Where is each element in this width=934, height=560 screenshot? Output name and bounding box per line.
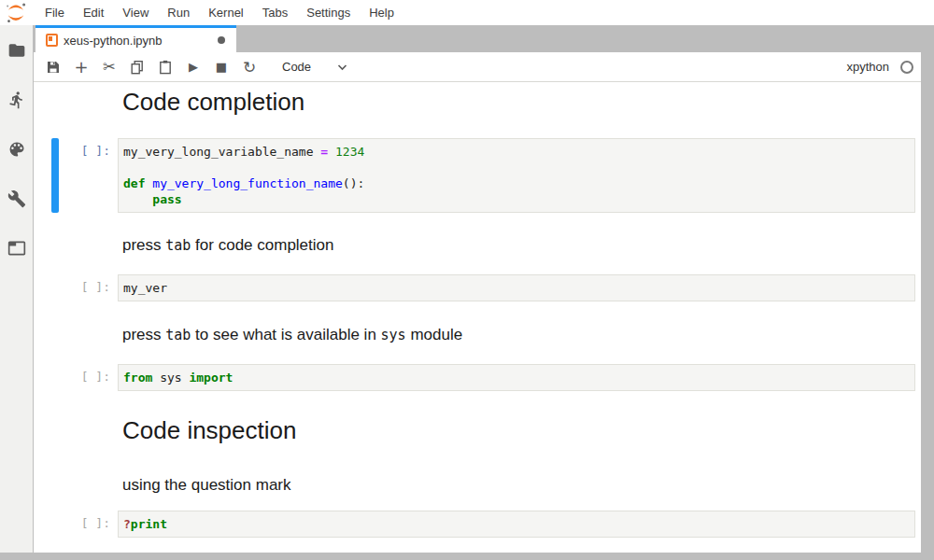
code-editor[interactable]: my_ver	[118, 274, 915, 301]
notebook-panel: Code completion[ ]:my_very_long_variable…	[34, 82, 921, 553]
run-cell-button[interactable]: ▶	[179, 55, 207, 79]
code-line: my_very_long_variable_name = 1234	[123, 144, 910, 160]
markdown-cell[interactable]: Code completion	[34, 88, 921, 116]
menu-item-kernel[interactable]: Kernel	[199, 0, 253, 25]
code-line: ?print	[123, 516, 910, 532]
code-line	[123, 160, 910, 175]
cell-content[interactable]: my_ver	[118, 274, 915, 301]
code-editor[interactable]: my_very_long_variable_name = 1234 def my…	[118, 138, 915, 213]
cell-content[interactable]: my_very_long_variable_name = 1234 def my…	[118, 138, 915, 213]
markdown-cell[interactable]: press tab for code completion	[34, 235, 921, 256]
markdown-cell[interactable]: Code inspection	[34, 416, 921, 444]
markdown-paragraph: press tab to see what is available in sy…	[118, 325, 915, 345]
code-editor[interactable]: from sys import	[118, 364, 915, 391]
code-editor[interactable]: ?print	[118, 511, 915, 538]
cell-content[interactable]: ?print	[118, 511, 915, 538]
running-man-icon[interactable]	[7, 91, 26, 109]
menu-item-settings[interactable]: Settings	[297, 0, 360, 25]
cell-content[interactable]: press tab for code completion	[118, 235, 915, 256]
cut-cells-button[interactable]: ✂	[95, 55, 123, 79]
save-button[interactable]	[39, 55, 67, 79]
stop-kernel-button[interactable]: ■	[207, 55, 235, 79]
open-tabs-icon[interactable]	[7, 239, 26, 258]
notebook-file-icon	[46, 34, 58, 47]
cell-prompt: [ ]:	[59, 274, 118, 301]
left-sidebar	[0, 25, 33, 553]
cell-collapser[interactable]	[51, 325, 59, 345]
cell-collapser[interactable]	[51, 511, 59, 538]
cell-prompt: [ ]:	[59, 138, 118, 213]
cell-content[interactable]: press tab to see what is available in sy…	[118, 325, 915, 345]
jupyter-logo-icon	[5, 2, 27, 24]
cell-collapser[interactable]	[51, 416, 59, 444]
code-line: from sys import	[123, 370, 910, 385]
markdown-paragraph: using the question mark	[118, 475, 915, 495]
tab-label: xeus-python.ipynb	[64, 34, 163, 48]
markdown-heading: Code inspection	[118, 416, 915, 444]
menu-item-help[interactable]: Help	[360, 0, 403, 25]
code-cell[interactable]: [ ]:my_ver	[34, 274, 921, 301]
wrench-icon[interactable]	[7, 189, 26, 208]
cell-content[interactable]: Code completion	[118, 88, 915, 116]
code-line: my_ver	[123, 280, 910, 296]
kernel-status-icon	[900, 61, 913, 74]
menu-item-file[interactable]: File	[35, 0, 74, 25]
menu-item-tabs[interactable]: Tabs	[253, 0, 297, 25]
add-cell-button[interactable]: +	[67, 55, 95, 79]
chevron-down-icon	[337, 63, 347, 71]
markdown-cell[interactable]: using the question mark	[34, 475, 921, 495]
menu-item-edit[interactable]: Edit	[74, 0, 113, 25]
cell-collapser[interactable]	[51, 475, 59, 495]
cell-prompt	[59, 88, 118, 116]
notebook-tab[interactable]: xeus-python.ipynb	[35, 25, 236, 52]
menu-item-run[interactable]: Run	[158, 0, 199, 25]
cell-prompt	[59, 416, 118, 444]
code-cell[interactable]: [ ]:my_very_long_variable_name = 1234 de…	[34, 138, 921, 213]
code-line: def my_very_long_function_name():	[123, 175, 910, 191]
cell-prompt: [ ]:	[59, 364, 118, 391]
cell-collapser[interactable]	[51, 88, 59, 116]
cell-prompt	[59, 235, 118, 256]
cell-collapser[interactable]	[51, 235, 59, 256]
cell-type-value: Code	[282, 60, 311, 74]
markdown-heading: Code completion	[118, 88, 915, 116]
markdown-cell[interactable]: press tab to see what is available in sy…	[34, 325, 921, 345]
cell-type-dropdown[interactable]: Code	[273, 56, 353, 78]
cell-content[interactable]: from sys import	[118, 364, 915, 391]
notebook-toolbar: + ✂ ▶ ■ ↻ Code xpython	[34, 52, 921, 82]
menu-item-view[interactable]: View	[113, 0, 158, 25]
unsaved-changes-dot	[218, 36, 225, 44]
cell-prompt	[59, 325, 118, 345]
folder-icon[interactable]	[7, 41, 26, 60]
copy-cells-button[interactable]	[123, 55, 151, 79]
palette-icon[interactable]	[7, 140, 26, 159]
code-line: pass	[123, 191, 910, 207]
cell-content[interactable]: using the question mark	[118, 475, 915, 495]
cell-prompt	[59, 475, 118, 495]
dock-tabbar: xeus-python.ipynb	[34, 25, 934, 52]
code-cell[interactable]: [ ]:?print	[34, 511, 921, 538]
paste-cells-button[interactable]	[151, 55, 179, 79]
cell-collapser[interactable]	[51, 364, 59, 391]
kernel-name[interactable]: xpython	[846, 60, 889, 74]
cell-collapser[interactable]	[51, 274, 59, 301]
cell-content[interactable]: Code inspection	[118, 416, 915, 444]
menubar: FileEditViewRunKernelTabsSettingsHelp	[0, 0, 934, 25]
code-cell[interactable]: [ ]:from sys import	[34, 364, 921, 391]
restart-kernel-button[interactable]: ↻	[235, 55, 263, 79]
cell-collapser[interactable]	[51, 138, 59, 213]
kernel-indicator: xpython	[846, 60, 913, 74]
cell-prompt: [ ]:	[59, 511, 118, 538]
markdown-paragraph: press tab for code completion	[118, 235, 915, 256]
